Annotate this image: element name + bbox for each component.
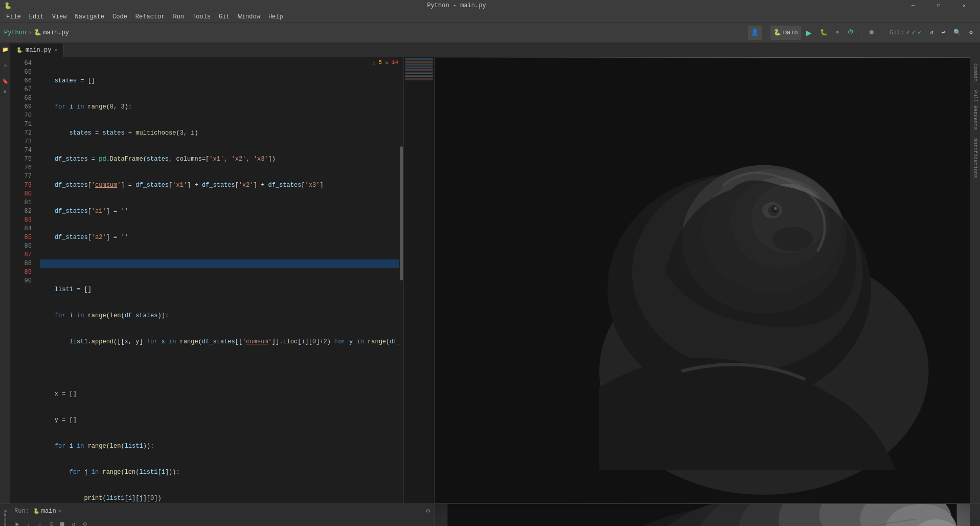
minimap-line (405, 78, 433, 79)
tab-close-button[interactable]: ✕ (54, 47, 57, 53)
bottom-area: Bookmarks Structure Run: 🐍 main ✕ ⚙ ▶ ↓ … (0, 503, 980, 526)
run-label: Run: (14, 508, 29, 515)
python-icon: 🐍 (773, 29, 781, 36)
close-button[interactable]: ✕ (952, 0, 976, 11)
sidebar-project-icon[interactable]: 📁 (1, 45, 10, 54)
menu-code[interactable]: Code (108, 11, 131, 23)
code-lines[interactable]: states = [] for i in range(0, 3): states… (36, 57, 399, 503)
profile-run-button[interactable]: ⏱ (845, 26, 857, 40)
minimap-line (405, 59, 433, 60)
breadcrumb-python[interactable]: Python (4, 29, 26, 36)
breadcrumb-sep: › (28, 29, 32, 36)
menu-navigate[interactable]: Navigate (71, 11, 108, 23)
breadcrumb: Python › 🐍main.py (4, 29, 69, 36)
git-check3: ✓ (918, 29, 921, 36)
coverage-button[interactable]: ☂ (833, 26, 842, 40)
line-numbers: 64 65 66 67 68 69 70 71 72 73 74 75 76 7… (10, 57, 36, 503)
lion-image (435, 57, 970, 503)
menu-help[interactable]: Help (264, 11, 287, 23)
run-stop-button[interactable]: ⏹ (57, 519, 67, 527)
code-line-78: for i in range(len(list1)): (40, 442, 399, 451)
minimap-line (405, 73, 433, 74)
minimap-line (405, 72, 433, 73)
menu-window[interactable]: Window (234, 11, 264, 23)
tab-icon: 🐍 (16, 47, 22, 53)
warnings-area: ⚠ 5 ✕ 14 (372, 59, 398, 66)
run-panel-header: Run: 🐍 main ✕ ⚙ (10, 504, 434, 518)
toolbar: Python › 🐍main.py 👤 🐍 main ▶ 🐛 ☂ ⏱ ⏹ Git… (0, 23, 980, 43)
run-settings-button[interactable]: ⚙ (80, 519, 90, 527)
minimize-button[interactable]: ─ (901, 0, 925, 11)
scroll-thumb (400, 146, 403, 280)
minimap-line (405, 69, 433, 70)
run-panel-toolbar: ▶ ↓ ↓ ≡ ⏹ ↺ ⚙ (10, 518, 434, 526)
git-status[interactable]: Git: ✓ ✓ ✓ (886, 26, 925, 40)
menu-tools[interactable]: Tools (188, 11, 215, 23)
code-line-70: df_states['a2'] = '' (40, 233, 399, 242)
menu-bar: File Edit View Navigate Code Refactor Ru… (0, 11, 980, 23)
code-line-76: x = [] (40, 390, 399, 399)
menu-edit[interactable]: Edit (25, 11, 48, 23)
minimap-line (405, 76, 433, 77)
sidebar-structure-icon[interactable]: ≡ (1, 87, 10, 96)
run-panel-tab[interactable]: 🐍 main ✕ (33, 508, 61, 515)
run-panel-settings[interactable]: ⚙ (426, 507, 430, 515)
minimap-line (405, 65, 433, 67)
git-check2: ✓ (912, 29, 916, 36)
run-config-label: main (783, 29, 798, 36)
run-step-over-button[interactable]: ↓ (24, 519, 34, 527)
stop-button[interactable]: ⏹ (865, 26, 878, 40)
minimap-line (405, 62, 433, 63)
code-line-71 (40, 259, 399, 268)
minimap (403, 57, 434, 503)
menu-file[interactable]: File (2, 11, 25, 23)
run-restart-button[interactable]: ↺ (69, 519, 79, 527)
run-resume-button[interactable]: ▶ (12, 519, 22, 527)
sidebar-commit-icon[interactable]: C (1, 55, 10, 76)
warning-icon: ⚠ (372, 59, 376, 66)
pull-requests-panel-label[interactable]: Pull Requests (971, 86, 979, 134)
code-line-80: print(list1[i][j][0]) (40, 494, 399, 503)
run-button[interactable]: ▶ (803, 26, 815, 40)
debug-button[interactable]: 🐛 (817, 26, 831, 40)
code-line-79: for j in range(len(list1[i])): (40, 468, 399, 477)
notifications-panel-label[interactable]: Notifications (971, 134, 979, 182)
editor-area: 🐍 main.py ✕ 64 65 66 67 68 69 (10, 43, 980, 503)
minimap-line (405, 70, 433, 71)
code-line-75 (40, 364, 399, 372)
left-bottom-panels: Bookmarks Structure (0, 504, 10, 526)
code-line-74: list1.append([[x, y] for x in range(df_s… (40, 338, 399, 346)
menu-run[interactable]: Run (169, 11, 188, 23)
run-step-into-button[interactable]: ↓ (35, 519, 45, 527)
minimap-line (405, 75, 433, 76)
search-button[interactable]: 🔍 (950, 26, 964, 40)
left-bookmarks-icon[interactable]: Bookmarks (1, 506, 10, 526)
sidebar-bookmarks-icon[interactable]: 🔖 (1, 77, 10, 86)
maximize-button[interactable]: □ (927, 0, 950, 11)
run-tab-label: main (41, 508, 56, 515)
run-tab-close[interactable]: ✕ (58, 508, 61, 514)
breadcrumb-file[interactable]: 🐍main.py (34, 29, 69, 36)
settings-button[interactable]: ⚙ (966, 26, 976, 40)
menu-refactor[interactable]: Refactor (131, 11, 169, 23)
warning-count: 5 (379, 59, 382, 66)
menu-view[interactable]: View (48, 11, 71, 23)
run-tab-icon: 🐍 (33, 508, 39, 514)
tab-label: main.py (26, 47, 51, 54)
minimap-line (405, 61, 433, 62)
editor-scrollbar[interactable] (399, 57, 403, 503)
profile-button[interactable]: 👤 (748, 26, 762, 40)
tab-main-py[interactable]: 🐍 main.py ✕ (10, 43, 64, 57)
toolbar-sep3 (882, 28, 882, 38)
menu-git[interactable]: Git (215, 11, 234, 23)
code-editor: 64 65 66 67 68 69 70 71 72 73 74 75 76 7… (10, 57, 435, 503)
run-panel: Run: 🐍 main ✕ ⚙ ▶ ↓ ↓ ≡ ⏹ ↺ ⚙ ◀ ▶ (10, 504, 435, 526)
code-content: 64 65 66 67 68 69 70 71 72 73 74 75 76 7… (10, 57, 434, 503)
run-format-button[interactable]: ≡ (46, 519, 56, 527)
profile-icon: 👤 (751, 29, 759, 36)
refresh-button[interactable]: ↺ (926, 26, 936, 40)
run-config-button[interactable]: 🐍 main (770, 26, 801, 40)
commit-panel-label[interactable]: Commit (971, 59, 979, 86)
undo-button[interactable]: ↩ (939, 26, 948, 40)
code-line-72: list1 = [] (40, 286, 399, 294)
